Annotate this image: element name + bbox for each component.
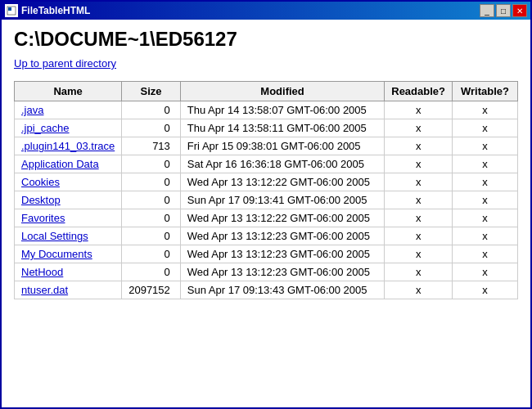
- file-name-link[interactable]: NetHood: [21, 266, 63, 278]
- file-name-link[interactable]: Cookies: [21, 176, 60, 188]
- file-modified-cell: Thu Apr 14 13:58:07 GMT-06:00 2005: [180, 101, 384, 119]
- file-writable-cell: x: [453, 155, 518, 173]
- file-name-link[interactable]: ntuser.dat: [21, 284, 68, 296]
- column-header-readable: Readable?: [385, 82, 453, 101]
- file-name-cell: .plugin141_03.trace: [15, 137, 122, 155]
- file-name-cell: Application Data: [15, 155, 122, 173]
- close-button[interactable]: ✕: [512, 4, 527, 17]
- file-modified-cell: Wed Apr 13 13:12:22 GMT-06:00 2005: [180, 209, 384, 227]
- table-row: Favorites0Wed Apr 13 13:12:22 GMT-06:00 …: [15, 209, 518, 227]
- file-name-link[interactable]: Local Settings: [21, 230, 88, 242]
- title-bar: FileTableHTML _ □ ✕: [2, 2, 530, 20]
- main-window: FileTableHTML _ □ ✕ C:\DOCUME~1\ED56127 …: [0, 0, 532, 409]
- file-name-cell: Desktop: [15, 191, 122, 209]
- file-name-link[interactable]: .plugin141_03.trace: [21, 140, 115, 152]
- file-readable-cell: x: [385, 155, 453, 173]
- file-size-cell: 0: [122, 191, 181, 209]
- file-readable-cell: x: [385, 227, 453, 245]
- minimize-button[interactable]: _: [480, 4, 494, 17]
- file-writable-cell: x: [453, 173, 518, 191]
- file-table-body: .java0Thu Apr 14 13:58:07 GMT-06:00 2005…: [15, 101, 518, 299]
- file-readable-cell: x: [385, 137, 453, 155]
- directory-path: C:\DOCUME~1\ED56127: [14, 28, 518, 51]
- file-writable-cell: x: [453, 227, 518, 245]
- file-readable-cell: x: [385, 173, 453, 191]
- table-header-row: Name Size Modified Readable? Writable?: [15, 82, 518, 101]
- file-writable-cell: x: [453, 137, 518, 155]
- file-size-cell: 0: [122, 227, 181, 245]
- file-writable-cell: x: [453, 281, 518, 299]
- file-name-cell: ntuser.dat: [15, 281, 122, 299]
- table-row: .plugin141_03.trace713Fri Apr 15 09:38:0…: [15, 137, 518, 155]
- column-header-name: Name: [15, 82, 122, 101]
- table-row: .java0Thu Apr 14 13:58:07 GMT-06:00 2005…: [15, 101, 518, 119]
- file-name-link[interactable]: Application Data: [21, 158, 99, 170]
- table-row: My Documents0Wed Apr 13 13:12:23 GMT-06:…: [15, 245, 518, 263]
- file-name-cell: Local Settings: [15, 227, 122, 245]
- table-row: ntuser.dat2097152Sun Apr 17 09:13:43 GMT…: [15, 281, 518, 299]
- file-name-cell: NetHood: [15, 263, 122, 281]
- file-writable-cell: x: [453, 191, 518, 209]
- content-area: C:\DOCUME~1\ED56127 Up to parent directo…: [2, 20, 530, 407]
- column-header-size: Size: [122, 82, 181, 101]
- file-modified-cell: Sat Apr 16 16:36:18 GMT-06:00 2005: [180, 155, 384, 173]
- column-header-writable: Writable?: [453, 82, 518, 101]
- file-size-cell: 0: [122, 155, 181, 173]
- table-row: Application Data0Sat Apr 16 16:36:18 GMT…: [15, 155, 518, 173]
- window-title: FileTableHTML: [21, 5, 90, 16]
- file-name-link[interactable]: My Documents: [21, 248, 92, 260]
- file-readable-cell: x: [385, 245, 453, 263]
- file-modified-cell: Wed Apr 13 13:12:23 GMT-06:00 2005: [180, 263, 384, 281]
- file-name-cell: .jpi_cache: [15, 119, 122, 137]
- file-writable-cell: x: [453, 245, 518, 263]
- file-modified-cell: Sun Apr 17 09:13:41 GMT-06:00 2005: [180, 191, 384, 209]
- file-modified-cell: Wed Apr 13 13:12:23 GMT-06:00 2005: [180, 227, 384, 245]
- file-name-link[interactable]: .jpi_cache: [21, 122, 70, 134]
- file-readable-cell: x: [385, 263, 453, 281]
- file-name-cell: .java: [15, 101, 122, 119]
- file-readable-cell: x: [385, 191, 453, 209]
- file-modified-cell: Thu Apr 14 13:58:11 GMT-06:00 2005: [180, 119, 384, 137]
- file-name-link[interactable]: Desktop: [21, 194, 61, 206]
- file-size-cell: 0: [122, 101, 181, 119]
- file-modified-cell: Wed Apr 13 13:12:23 GMT-06:00 2005: [180, 245, 384, 263]
- file-readable-cell: x: [385, 101, 453, 119]
- file-size-cell: 0: [122, 173, 181, 191]
- file-modified-cell: Wed Apr 13 13:12:22 GMT-06:00 2005: [180, 173, 384, 191]
- file-name-cell: Cookies: [15, 173, 122, 191]
- file-modified-cell: Sun Apr 17 09:13:43 GMT-06:00 2005: [180, 281, 384, 299]
- file-size-cell: 2097152: [122, 281, 181, 299]
- file-size-cell: 0: [122, 263, 181, 281]
- table-row: Desktop0Sun Apr 17 09:13:41 GMT-06:00 20…: [15, 191, 518, 209]
- file-readable-cell: x: [385, 119, 453, 137]
- file-writable-cell: x: [453, 119, 518, 137]
- file-name-cell: My Documents: [15, 245, 122, 263]
- svg-rect-1: [8, 7, 11, 11]
- window-icon: [5, 4, 18, 17]
- file-writable-cell: x: [453, 101, 518, 119]
- file-modified-cell: Fri Apr 15 09:38:01 GMT-06:00 2005: [180, 137, 384, 155]
- table-row: Local Settings0Wed Apr 13 13:12:23 GMT-0…: [15, 227, 518, 245]
- table-row: Cookies0Wed Apr 13 13:12:22 GMT-06:00 20…: [15, 173, 518, 191]
- file-readable-cell: x: [385, 209, 453, 227]
- file-size-cell: 0: [122, 209, 181, 227]
- file-table: Name Size Modified Readable? Writable? .…: [14, 81, 518, 299]
- file-size-cell: 0: [122, 245, 181, 263]
- file-writable-cell: x: [453, 209, 518, 227]
- title-bar-left: FileTableHTML: [5, 4, 90, 17]
- parent-directory-link[interactable]: Up to parent directory: [14, 57, 518, 70]
- table-row: NetHood0Wed Apr 13 13:12:23 GMT-06:00 20…: [15, 263, 518, 281]
- file-name-link[interactable]: Favorites: [21, 212, 65, 224]
- table-row: .jpi_cache0Thu Apr 14 13:58:11 GMT-06:00…: [15, 119, 518, 137]
- title-buttons: _ □ ✕: [480, 4, 527, 17]
- file-size-cell: 713: [122, 137, 181, 155]
- file-writable-cell: x: [453, 263, 518, 281]
- file-size-cell: 0: [122, 119, 181, 137]
- file-name-link[interactable]: .java: [21, 104, 43, 116]
- maximize-button[interactable]: □: [496, 4, 511, 17]
- column-header-modified: Modified: [180, 82, 384, 101]
- file-name-cell: Favorites: [15, 209, 122, 227]
- file-readable-cell: x: [385, 281, 453, 299]
